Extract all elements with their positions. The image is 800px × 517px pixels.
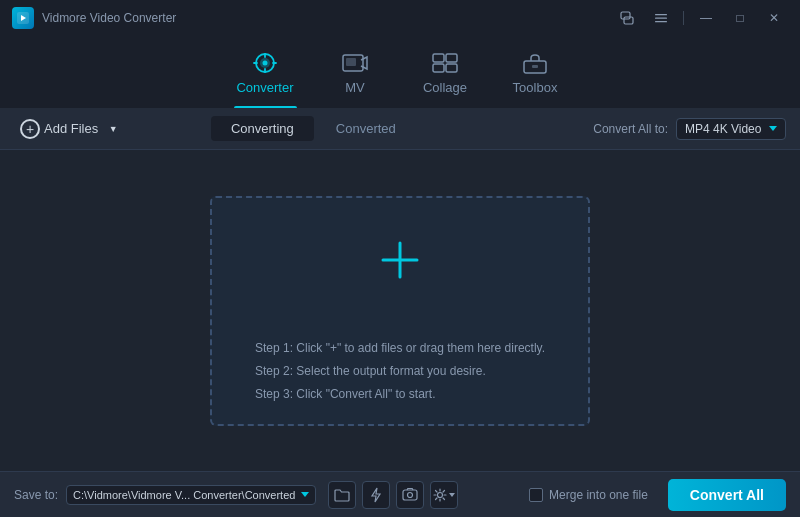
settings-button[interactable] <box>430 481 458 509</box>
toolbar: + Add Files ▼ Converting Converted Conve… <box>0 108 800 150</box>
add-plus-area[interactable] <box>212 198 588 324</box>
instruction-step2: Step 2: Select the output format you des… <box>255 360 545 383</box>
svg-rect-6 <box>655 21 667 22</box>
svg-point-21 <box>408 492 413 497</box>
add-files-plus-icon: + <box>20 119 40 139</box>
app-logo <box>12 7 34 29</box>
format-value: MP4 4K Video <box>685 122 762 136</box>
converted-tab[interactable]: Converted <box>316 116 416 141</box>
snapshot-button[interactable] <box>396 481 424 509</box>
collage-icon <box>430 50 460 76</box>
tab-converter-label: Converter <box>236 80 293 95</box>
toolbox-icon <box>520 50 550 76</box>
convert-all-to-label: Convert All to: <box>593 122 668 136</box>
settings-dropdown-arrow <box>449 493 455 497</box>
svg-rect-2 <box>621 12 630 19</box>
svg-rect-15 <box>446 64 457 72</box>
speed-button[interactable] <box>362 481 390 509</box>
main-content: Step 1: Click "+" to add files or drag t… <box>0 150 800 471</box>
merge-label: Merge into one file <box>549 488 648 502</box>
menu-button[interactable] <box>647 7 675 29</box>
tab-converter[interactable]: Converter <box>220 36 310 108</box>
save-path-selector[interactable]: C:\Vidmore\Vidmore V... Converter\Conver… <box>66 485 316 505</box>
title-bar-left: Vidmore Video Converter <box>12 7 176 29</box>
convert-all-button[interactable]: Convert All <box>668 479 786 511</box>
bottom-bar: Save to: C:\Vidmore\Vidmore V... Convert… <box>0 471 800 517</box>
tab-mv-label: MV <box>345 80 365 95</box>
title-bar: Vidmore Video Converter — □ ✕ <box>0 0 800 36</box>
save-path-text: C:\Vidmore\Vidmore V... Converter\Conver… <box>73 489 295 501</box>
svg-rect-5 <box>655 18 667 19</box>
bottom-tools <box>328 481 458 509</box>
tab-collage-label: Collage <box>423 80 467 95</box>
add-files-button[interactable]: + Add Files <box>14 115 104 143</box>
converter-icon <box>250 50 280 76</box>
tab-toolbox[interactable]: Toolbox <box>490 36 580 108</box>
instruction-step3: Step 3: Click "Convert All" to start. <box>255 383 545 406</box>
converting-tab[interactable]: Converting <box>211 116 314 141</box>
merge-checkbox-area: Merge into one file <box>529 488 648 502</box>
tab-toolbox-label: Toolbox <box>513 80 558 95</box>
svg-rect-12 <box>433 54 444 62</box>
format-dropdown-arrow <box>769 126 777 131</box>
open-folder-button[interactable] <box>328 481 356 509</box>
svg-rect-3 <box>624 17 633 24</box>
merge-checkbox[interactable] <box>529 488 543 502</box>
add-files-label: Add Files <box>44 121 98 136</box>
minimize-button[interactable]: — <box>692 7 720 29</box>
svg-rect-14 <box>433 64 444 72</box>
format-selector[interactable]: MP4 4K Video <box>676 118 786 140</box>
mv-icon <box>340 50 370 76</box>
tab-mv[interactable]: MV <box>310 36 400 108</box>
convert-all-to: Convert All to: MP4 4K Video <box>593 118 786 140</box>
svg-rect-11 <box>346 58 356 66</box>
nav-tabs: Converter MV Collage <box>0 36 800 108</box>
title-bar-controls: — □ ✕ <box>613 7 788 29</box>
svg-point-9 <box>263 60 268 65</box>
svg-rect-13 <box>446 54 457 62</box>
svg-point-22 <box>438 492 443 497</box>
converting-tabs: Converting Converted <box>211 116 416 141</box>
drop-zone[interactable]: Step 1: Click "+" to add files or drag t… <box>210 196 590 426</box>
tab-collage[interactable]: Collage <box>400 36 490 108</box>
svg-rect-17 <box>532 65 538 68</box>
title-separator <box>683 11 684 25</box>
instruction-step1: Step 1: Click "+" to add files or drag t… <box>255 337 545 360</box>
svg-rect-4 <box>655 14 667 15</box>
chat-button[interactable] <box>613 7 641 29</box>
add-files-dropdown-arrow[interactable]: ▼ <box>104 120 122 138</box>
maximize-button[interactable]: □ <box>726 7 754 29</box>
drop-instructions: Step 1: Click "+" to add files or drag t… <box>231 323 569 423</box>
save-path-dropdown-arrow <box>301 492 309 497</box>
app-title: Vidmore Video Converter <box>42 11 176 25</box>
close-button[interactable]: ✕ <box>760 7 788 29</box>
save-to-label: Save to: <box>14 488 58 502</box>
svg-rect-20 <box>403 490 417 500</box>
plus-icon <box>375 235 425 285</box>
